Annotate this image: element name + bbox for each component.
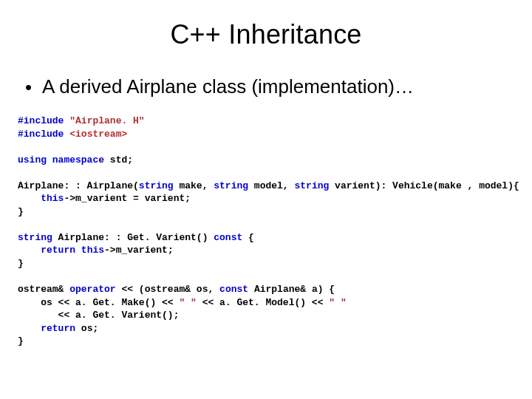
code-keyword: this (41, 193, 64, 204)
code-block: #include "Airplane. H" #include <iostrea… (18, 115, 514, 348)
bullet-dot: • (25, 78, 32, 97)
code-text: varient): Vehicle(make , model){ (329, 180, 519, 191)
code-text: model, (248, 180, 294, 191)
code-keyword: return (41, 245, 75, 256)
code-keyword: #include (18, 129, 64, 140)
code-keyword: operator (69, 284, 115, 295)
code-keyword: const (219, 284, 248, 295)
code-keyword: return (41, 323, 75, 334)
code-text: ->m_varient; (104, 245, 174, 256)
code-text: std; (104, 154, 133, 166)
code-string: " " (329, 297, 346, 308)
code-text: Airplane: : Get. Varient() (52, 232, 214, 243)
code-text: << a. Get. Varient(); (18, 310, 179, 321)
code-keyword: using namespace (18, 154, 104, 166)
code-text: os << a. Get. Make() << (18, 297, 179, 308)
bullet-text: A derived Airplane class (implementation… (42, 75, 414, 98)
code-text: ostream& (18, 284, 69, 295)
code-keyword: string (18, 232, 52, 243)
code-keyword: #include (18, 115, 64, 126)
code-text: } (18, 335, 24, 347)
code-text: } (18, 258, 24, 269)
code-keyword: string (214, 180, 248, 191)
code-text: Airplane& a) { (248, 284, 335, 295)
code-text: ->m_varient = varient; (64, 193, 191, 204)
code-string: <iostream> (64, 129, 127, 140)
code-text (18, 245, 41, 256)
code-keyword: const (214, 232, 242, 243)
code-text: } (18, 206, 24, 217)
slide: C++ Inheritance • A derived Airplane cla… (0, 0, 532, 399)
code-text (18, 323, 41, 334)
code-text: { (242, 232, 254, 243)
code-text: Airplane: : Airplane( (18, 180, 139, 191)
code-text: make, (174, 180, 214, 191)
code-text: << a. Get. Model() << (197, 297, 329, 308)
code-text: << (ostream& os, (116, 284, 219, 295)
slide-title: C++ Inheritance (18, 19, 514, 50)
code-string: " " (179, 297, 196, 308)
bullet-row: • A derived Airplane class (implementati… (22, 75, 514, 98)
code-keyword: this (81, 245, 104, 256)
code-text: os; (75, 323, 98, 334)
code-keyword: string (139, 180, 174, 191)
code-string: "Airplane. H" (64, 115, 144, 126)
code-text (75, 245, 81, 256)
code-keyword: string (294, 180, 329, 191)
code-text (18, 193, 41, 204)
